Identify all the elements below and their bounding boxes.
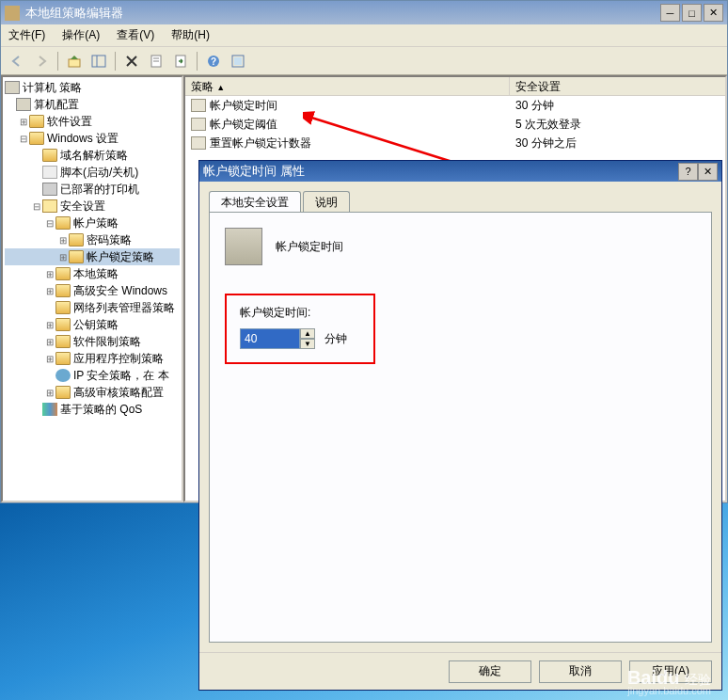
tree-node[interactable]: 域名解析策略 [5,147,180,164]
tree-node[interactable]: ⊞高级安全 Windows [5,282,180,299]
script-icon [42,166,57,179]
tab-content: 帐户锁定时间 帐户锁定时间: ▲ ▼ 分钟 [209,212,712,643]
spinner-down-button[interactable]: ▼ [300,339,315,349]
tree-label: Windows 设置 [47,131,119,147]
tab-explain[interactable]: 说明 [303,191,350,212]
expander-icon[interactable]: ⊟ [18,134,29,144]
menu-help[interactable]: 帮助(H) [171,27,210,43]
spinner-up-button[interactable]: ▲ [300,328,315,339]
folder-icon [55,352,71,365]
main-titlebar[interactable]: 本地组策略编辑器 ─ □ ✕ [1,1,727,24]
computer-icon [5,81,20,94]
show-hide-tree-button[interactable] [88,51,109,72]
tree-node[interactable]: 脚本(启动/关机) [5,164,180,181]
expander-icon[interactable]: ⊞ [44,286,55,296]
tree-node[interactable]: ⊞高级审核策略配置 [5,384,180,401]
tree-node[interactable]: ⊟Windows 设置 [5,130,180,147]
policy-name: 帐户锁定时间 [210,98,277,114]
tree-label: 密码策略 [87,232,132,248]
minimize-button[interactable]: ─ [660,4,680,22]
ok-button[interactable]: 确定 [449,660,531,683]
policy-icon [191,118,206,131]
policy-value: 5 次无效登录 [510,117,725,133]
app-icon [5,6,20,21]
tree-node[interactable]: ⊞软件限制策略 [5,333,180,350]
tree-node[interactable]: 已部署的打印机 [5,181,180,198]
tree-node[interactable]: ⊟帐户策略 [5,215,180,231]
dialog-close-button[interactable]: ✕ [698,163,718,181]
expander-icon[interactable]: ⊞ [44,269,55,279]
up-button[interactable] [64,51,85,72]
dialog-help-button[interactable]: ? [678,163,698,181]
column-policy[interactable]: 策略 ▲ [185,77,510,95]
chart-icon [42,403,57,416]
tree-node[interactable]: IP 安全策略，在 本 [5,367,180,384]
expander-icon[interactable]: ⊞ [44,337,55,347]
tree-label: IP 安全策略，在 本 [73,368,169,384]
close-button[interactable]: ✕ [704,4,723,22]
export-button[interactable] [170,51,191,72]
properties-dialog: 帐户锁定时间 属性 ? ✕ 本地安全设置 说明 帐户锁定时间 帐户锁定时间: ▲… [198,160,722,691]
folder-icon [55,301,71,314]
help-button[interactable]: ? [203,51,224,72]
server-icon [225,228,262,265]
policy-row[interactable]: 重置帐户锁定计数器30 分钟之后 [185,134,725,152]
expander-icon[interactable]: ⊟ [31,201,42,212]
policy-value: 30 分钟之后 [510,135,725,151]
folder-icon [69,233,84,247]
tree-node[interactable]: ⊞本地策略 [5,265,180,282]
tree-node[interactable]: ⊞帐户锁定策略 [5,248,180,265]
menu-file[interactable]: 文件(F) [8,27,45,43]
expander-icon[interactable]: ⊞ [57,252,69,262]
column-setting[interactable]: 安全设置 [510,77,725,95]
tree-panel[interactable]: 计算机 策略 算机配置⊞软件设置⊟Windows 设置域名解析策略脚本(启动/关… [1,75,183,502]
tree-node[interactable]: 网络列表管理器策略 [5,299,180,316]
forward-button[interactable] [31,51,52,72]
policy-row[interactable]: 帐户锁定时间30 分钟 [185,96,725,115]
folder-icon [29,115,44,128]
tree-label: 网络列表管理器策略 [73,300,175,316]
tree-label: 帐户锁定策略 [87,249,154,265]
unit-label: 分钟 [324,331,347,347]
dialog-titlebar[interactable]: 帐户锁定时间 属性 ? ✕ [199,161,721,182]
tree-node[interactable]: ⊞软件设置 [5,113,180,130]
tree-node[interactable]: 基于策略的 QoS [5,401,180,418]
policy-row[interactable]: 帐户锁定阈值5 次无效登录 [185,115,725,134]
tree-node[interactable]: 算机配置 [5,96,180,113]
dialog-title: 帐户锁定时间 属性 [203,163,678,180]
lockout-duration-input[interactable] [240,328,300,349]
tree-label: 已部署的打印机 [60,182,139,198]
back-button[interactable] [7,51,27,72]
expander-icon[interactable]: ⊞ [44,388,55,398]
tree-label: 应用程序控制策略 [73,351,164,367]
tree-root[interactable]: 计算机 策略 [5,79,180,96]
cancel-button[interactable]: 取消 [539,660,622,683]
svg-rect-0 [69,59,80,67]
expander-icon[interactable]: ⊞ [57,235,69,246]
tab-local-security[interactable]: 本地安全设置 [209,191,301,212]
maximize-button[interactable]: □ [682,4,702,22]
menu-action[interactable]: 操作(A) [62,27,100,43]
folder-icon [29,132,44,145]
policy-icon [191,99,206,112]
expander-icon[interactable]: ⊞ [44,354,55,364]
content-header: 策略 ▲ 安全设置 [185,77,725,96]
printer-icon [42,183,57,196]
policy-value: 30 分钟 [510,98,725,114]
gear-icon [55,369,71,382]
menu-view[interactable]: 查看(V) [117,27,154,43]
tree-node[interactable]: ⊞密码策略 [5,231,180,248]
tree-label: 高级安全 Windows [73,283,167,299]
properties-button[interactable] [146,51,166,72]
toolbar: ? [1,47,727,75]
tree-node[interactable]: ⊟安全设置 [5,198,180,215]
expander-icon[interactable]: ⊞ [44,320,55,330]
tree-node[interactable]: ⊞应用程序控制策略 [5,350,180,367]
tree-label: 帐户策略 [73,215,119,231]
tree-node[interactable]: ⊞公钥策略 [5,316,180,333]
refresh-button[interactable] [228,51,248,72]
delete-button[interactable] [121,51,142,72]
expander-icon[interactable]: ⊟ [44,218,55,229]
folder-icon [55,267,71,280]
expander-icon[interactable]: ⊞ [18,117,29,127]
